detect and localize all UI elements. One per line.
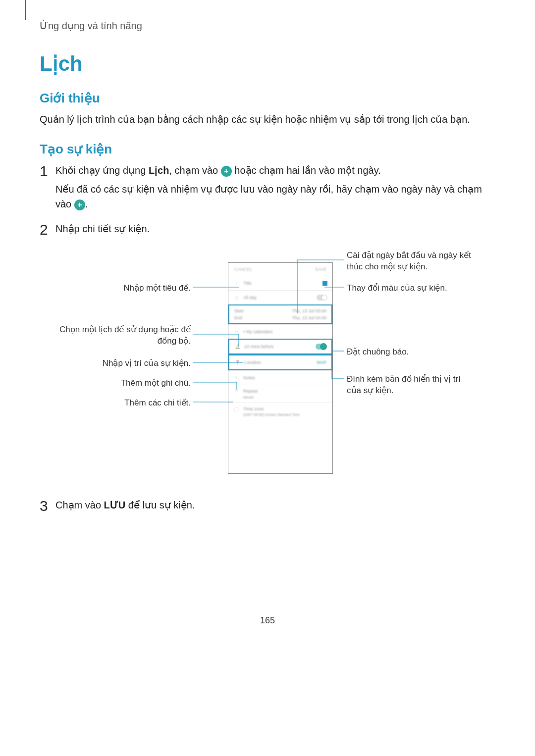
step-1: 1 Khởi chạy ứng dụng Lịch, chạm vào + ho… bbox=[40, 163, 495, 215]
start-label: Start bbox=[234, 308, 244, 313]
calendar-row[interactable]: ▭ • My calendars bbox=[228, 324, 332, 339]
step-2: 2 Nhập chi tiết sự kiện. bbox=[40, 221, 495, 240]
end-label: End bbox=[234, 315, 242, 320]
plus-icon: + bbox=[221, 166, 232, 177]
callout-enter-location: Nhập vị trí của sự kiện. bbox=[54, 358, 191, 369]
end-value: Thu, 13 Jul 04:00 bbox=[292, 315, 326, 320]
reminder-label: 10 mins before bbox=[244, 344, 274, 349]
section-intro-title: Giới thiệu bbox=[40, 91, 495, 106]
map-button[interactable]: MAP bbox=[317, 360, 326, 365]
title-row[interactable]: T Title bbox=[228, 276, 332, 290]
save-button[interactable]: SAVE bbox=[315, 267, 326, 272]
phone-mockup: CANCEL SAVE T Title ◷ All day StartThu, … bbox=[228, 262, 333, 474]
bold-text: Lịch bbox=[149, 165, 169, 176]
location-row[interactable]: 📍 Location MAP bbox=[228, 354, 332, 370]
text: Nếu đã có các sự kiện và nhiệm vụ được l… bbox=[55, 184, 482, 209]
repeat-value: Never bbox=[243, 395, 254, 400]
callout-add-details: Thêm các chi tiết. bbox=[54, 398, 191, 409]
globe-icon: ◯ bbox=[233, 406, 239, 412]
callout-attach-map: Đính kèm bản đồ hiển thị vị trí của sự k… bbox=[347, 374, 476, 397]
allday-toggle[interactable] bbox=[317, 295, 327, 301]
step-number: 3 bbox=[40, 498, 55, 514]
text: . bbox=[85, 199, 88, 209]
timezone-label: Time zone bbox=[243, 406, 264, 411]
text: Nhập chi tiết sự kiện. bbox=[55, 221, 495, 236]
text: để lưu sự kiện. bbox=[125, 500, 195, 510]
reminder-toggle[interactable] bbox=[316, 344, 326, 350]
step-number: 1 bbox=[40, 163, 55, 179]
repeat-label: Repeat bbox=[243, 389, 258, 394]
section-intro-body: Quản lý lịch trình của bạn bằng cách nhậ… bbox=[40, 112, 495, 127]
pin-icon: 📍 bbox=[234, 359, 240, 365]
allday-label: All day bbox=[243, 295, 257, 300]
calendar-icon: ▭ bbox=[233, 329, 239, 335]
notes-row[interactable]: ✎ Notes bbox=[228, 370, 332, 385]
repeat-icon: ↻ bbox=[233, 388, 239, 394]
text: Chạm vào bbox=[55, 500, 104, 510]
text: , chạm vào bbox=[169, 165, 220, 176]
step-3: 3 Chạm vào LƯU để lưu sự kiện. bbox=[40, 498, 495, 516]
step-number: 2 bbox=[40, 221, 55, 238]
timezone-value: (GMT+09:00) Korean Standard Time bbox=[243, 413, 300, 416]
clock-icon: ◷ bbox=[233, 295, 239, 301]
repeat-row[interactable]: ↻ Repeat Never bbox=[228, 385, 332, 403]
page-number: 165 bbox=[40, 615, 495, 626]
bell-icon: 🔔 bbox=[234, 344, 240, 350]
date-block[interactable]: StartThu, 13 Jul 03:00 EndThu, 13 Jul 04… bbox=[228, 304, 332, 324]
page-title: Lịch bbox=[40, 51, 495, 76]
diagram: Nhập một tiêu đề. Chọn một lịch để sử dụ… bbox=[54, 250, 481, 483]
callout-set-alarm: Đặt chuông báo. bbox=[347, 347, 476, 358]
section-create-title: Tạo sự kiện bbox=[40, 142, 495, 157]
callout-choose-calendar: Chọn một lịch để sử dụng hoặc để đồng bộ… bbox=[54, 324, 191, 347]
bold-text: LƯU bbox=[104, 500, 126, 510]
start-value: Thu, 13 Jul 03:00 bbox=[292, 308, 326, 313]
callout-set-dates: Cài đặt ngày bắt đầu và ngày kết thúc ch… bbox=[347, 250, 476, 273]
plus-icon: + bbox=[74, 200, 85, 210]
color-swatch[interactable] bbox=[322, 281, 327, 286]
allday-row[interactable]: ◷ All day bbox=[228, 290, 332, 304]
text: Khởi chạy ứng dụng bbox=[55, 165, 149, 176]
notes-label: Notes bbox=[243, 375, 255, 380]
location-label: Location bbox=[244, 360, 261, 365]
callout-change-color: Thay đổi màu của sự kiện. bbox=[347, 283, 476, 294]
breadcrumb: Ứng dụng và tính năng bbox=[40, 20, 495, 32]
callout-enter-title: Nhập một tiêu đề. bbox=[54, 283, 191, 294]
note-icon: ✎ bbox=[233, 375, 239, 381]
reminder-row[interactable]: 🔔 10 mins before bbox=[228, 339, 332, 354]
my-calendar-label: • My calendars bbox=[243, 329, 272, 334]
title-field: Title bbox=[243, 281, 252, 286]
timezone-row[interactable]: ◯ Time zone (GMT+09:00) Korean Standard … bbox=[228, 403, 332, 419]
text-icon: T bbox=[233, 280, 239, 286]
text: hoặc chạm hai lần vào một ngày. bbox=[232, 165, 381, 176]
cancel-button[interactable]: CANCEL bbox=[234, 267, 253, 272]
callout-add-note: Thêm một ghi chú. bbox=[54, 378, 191, 389]
